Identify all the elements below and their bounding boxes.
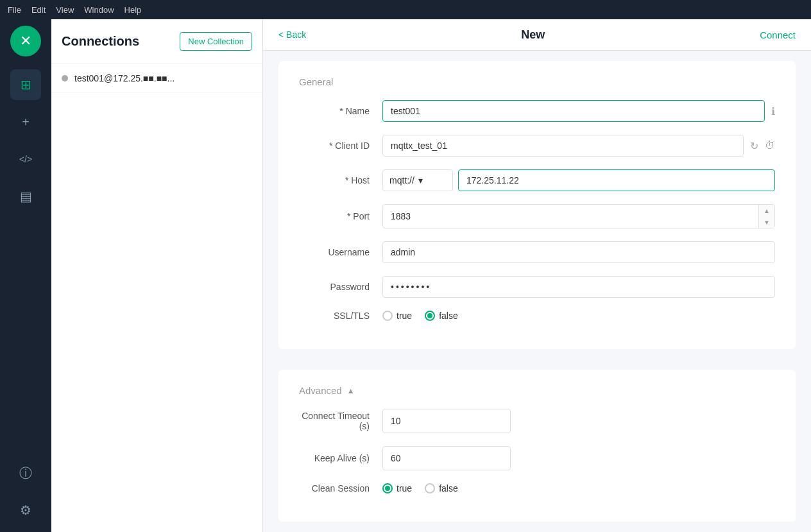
menu-help[interactable]: Help <box>124 5 142 15</box>
general-section-title: General <box>299 76 775 87</box>
info-icon[interactable]: ℹ <box>771 105 775 117</box>
client-id-input[interactable] <box>382 135 744 157</box>
app-logo: ✕ <box>10 26 41 56</box>
icon-sidebar: ✕ ⊞ + </> ▤ ⓘ ⚙ <box>0 19 51 532</box>
client-id-row: * Client ID ↻ ⏱ <box>299 135 775 157</box>
password-label: Password <box>299 282 382 292</box>
name-row: * Name ℹ <box>299 100 775 122</box>
chevron-down-icon: ▾ <box>418 175 423 185</box>
app-body: ✕ ⊞ + </> ▤ ⓘ ⚙ Connections New Collecti… <box>0 19 811 532</box>
keep-alive-input[interactable] <box>383 448 511 468</box>
host-row: * Host mqtt:// ▾ <box>299 169 775 191</box>
clean-session-true-option[interactable]: true <box>382 483 412 493</box>
host-label: * Host <box>299 175 382 185</box>
username-input[interactable] <box>382 241 775 263</box>
ssl-row: SSL/TLS true false <box>299 311 775 321</box>
port-row: * Port ▲ ▼ <box>299 204 775 228</box>
menu-view[interactable]: View <box>56 5 74 15</box>
clean-session-label: Clean Session <box>299 483 382 493</box>
clean-session-false-label: false <box>439 483 458 493</box>
top-bar: < Back New Connect <box>263 19 811 51</box>
back-button[interactable]: < Back <box>278 30 306 40</box>
advanced-section: Advanced ▲ Connect Timeout (s) ▲ ▼ Keep … <box>278 370 796 522</box>
keep-alive-label: Keep Alive (s) <box>299 453 382 463</box>
host-ip-input[interactable] <box>458 169 775 191</box>
port-label: * Port <box>299 211 382 221</box>
name-input[interactable] <box>382 100 765 122</box>
ssl-radio-group: true false <box>382 311 775 321</box>
clean-session-true-radio[interactable] <box>382 483 393 493</box>
connection-status-dot <box>62 75 68 82</box>
password-input[interactable] <box>382 276 775 298</box>
ssl-label: SSL/TLS <box>299 311 382 321</box>
clean-session-false-radio[interactable] <box>425 483 435 493</box>
new-collection-button[interactable]: New Collection <box>180 32 252 51</box>
clean-session-radio-group: true false <box>382 483 775 493</box>
host-group: mqtt:// ▾ <box>382 169 775 191</box>
general-section: General * Name ℹ * Client ID ↻ ⏱ * Host … <box>278 61 796 349</box>
keep-alive-wrap: ▲ ▼ <box>382 446 511 470</box>
connections-title: Connections <box>62 34 139 49</box>
connection-item[interactable]: test001@172.25.■■.■■... <box>51 64 262 93</box>
connect-timeout-row: Connect Timeout (s) ▲ ▼ <box>299 409 775 433</box>
main-content: < Back New Connect General * Name ℹ * Cl… <box>263 19 811 532</box>
name-label: * Name <box>299 106 382 116</box>
password-row: Password <box>299 276 775 298</box>
menu-window[interactable]: Window <box>84 5 114 15</box>
ssl-false-label: false <box>439 311 458 321</box>
page-title: New <box>521 28 545 42</box>
ssl-false-radio[interactable] <box>425 311 435 321</box>
clean-session-row: Clean Session true false <box>299 483 775 493</box>
username-row: Username <box>299 241 775 263</box>
connect-button[interactable]: Connect <box>760 30 796 40</box>
sidebar-item-settings[interactable]: ⚙ <box>10 495 41 526</box>
menu-bar: File Edit View Window Help <box>0 0 811 19</box>
port-increment[interactable]: ▲ <box>759 205 774 216</box>
host-protocol-select[interactable]: mqtt:// ▾ <box>382 169 453 191</box>
sidebar-item-info[interactable]: ⓘ <box>10 458 41 488</box>
ssl-true-radio[interactable] <box>382 311 393 321</box>
menu-edit[interactable]: Edit <box>31 5 46 15</box>
client-id-label: * Client ID <box>299 141 382 151</box>
connect-timeout-label: Connect Timeout (s) <box>299 411 382 431</box>
sidebar-item-code[interactable]: </> <box>10 144 41 175</box>
sidebar-item-connections[interactable]: ⊞ <box>10 69 41 100</box>
connect-timeout-input[interactable] <box>383 411 511 431</box>
sidebar-item-database[interactable]: ▤ <box>10 181 41 212</box>
port-spinner: ▲ ▼ <box>758 205 774 228</box>
connections-panel: Connections New Collection test001@172.2… <box>51 19 263 532</box>
menu-file[interactable]: File <box>8 5 21 15</box>
protocol-value: mqtt:// <box>389 175 414 185</box>
clean-session-true-label: true <box>397 483 412 493</box>
collapse-icon[interactable]: ▲ <box>347 386 355 395</box>
connections-header: Connections New Collection <box>51 19 262 64</box>
refresh-icon[interactable]: ↻ <box>750 140 758 152</box>
sidebar-item-add[interactable]: + <box>10 107 41 137</box>
port-decrement[interactable]: ▼ <box>759 216 774 228</box>
ssl-true-label: true <box>397 311 412 321</box>
port-input-wrap: ▲ ▼ <box>382 204 775 228</box>
ssl-true-option[interactable]: true <box>382 311 412 321</box>
clean-session-false-option[interactable]: false <box>425 483 458 493</box>
username-label: Username <box>299 247 382 257</box>
ssl-false-option[interactable]: false <box>425 311 458 321</box>
advanced-section-title: Advanced <box>299 385 342 396</box>
connection-name: test001@172.25.■■.■■... <box>74 73 175 83</box>
connect-timeout-wrap: ▲ ▼ <box>382 409 511 433</box>
clock-icon[interactable]: ⏱ <box>765 140 775 151</box>
keep-alive-row: Keep Alive (s) ▲ ▼ <box>299 446 775 470</box>
port-input[interactable] <box>383 206 758 227</box>
